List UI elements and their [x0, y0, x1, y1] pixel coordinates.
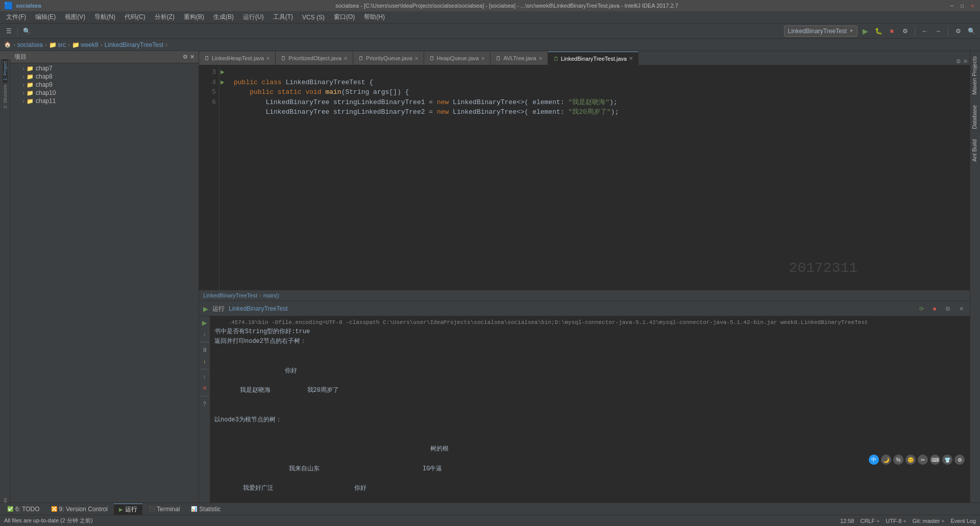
menu-item-vcs[interactable]: VCS (S) — [298, 13, 329, 22]
code-content[interactable]: public class LinkedBinaryTreeTest { publ… — [230, 65, 970, 290]
menu-item-refactor[interactable]: 重构(B) — [180, 12, 208, 22]
toolbar-btn-more1[interactable]: ⚙ — [899, 26, 911, 37]
right-tab-maven[interactable]: Maven Projects — [970, 51, 980, 100]
run-line-3: 你好 — [214, 366, 966, 376]
run-line-blank3 — [214, 376, 966, 386]
tab-close-icon[interactable]: ✕ — [266, 56, 270, 61]
run-up-icon[interactable]: ↑ — [200, 372, 209, 382]
float-icon-1[interactable]: 中 — [869, 455, 879, 465]
status-git[interactable]: Git: master ÷ — [913, 518, 945, 524]
bc-week8-label[interactable]: week8 — [81, 41, 99, 48]
tree-item-chap11[interactable]: › 📁 chap11 — [10, 97, 199, 105]
bottom-tab-vcs[interactable]: 🔀 9: Version Control — [46, 505, 113, 514]
run-step-icon[interactable]: ↓ — [200, 357, 209, 366]
tree-item-chap8[interactable]: › 📁 chap8 — [10, 72, 199, 81]
tab-close-icon[interactable]: ✕ — [629, 56, 633, 61]
bottom-tab-terminal[interactable]: ⬛ Terminal — [143, 505, 185, 514]
run-red-icon[interactable]: ✕ — [200, 384, 209, 393]
menu-item-window[interactable]: 窗口(O) — [330, 12, 359, 22]
stop-button[interactable]: ■ — [886, 26, 897, 37]
arrow-icon: › — [20, 74, 27, 80]
run-line-blank8 — [214, 455, 966, 464]
status-charset[interactable]: UTF-8 ÷ — [886, 518, 906, 524]
float-icon-3[interactable]: % — [893, 455, 903, 465]
toolbar-btn-settings[interactable]: ⚙ — [952, 26, 964, 37]
menu-item-help[interactable]: 帮助(H) — [360, 12, 389, 22]
maximize-button[interactable]: □ — [959, 2, 966, 9]
bc-src: 📁 — [49, 41, 57, 48]
tab-settings-icon[interactable]: ⚙ — [956, 58, 961, 65]
dropdown-arrow-icon: ▼ — [849, 28, 854, 34]
tab-label-text: AVLTree.java — [503, 55, 536, 61]
menu-item-view[interactable]: 视图(V) — [61, 12, 89, 22]
tree-item-chap7[interactable]: › 📁 chap7 — [10, 64, 199, 72]
tab-collapse-icon[interactable]: ✕ — [963, 58, 968, 65]
menu-item-analyze[interactable]: 分析(Z) — [151, 12, 179, 22]
menu-item-run[interactable]: 运行(U) — [239, 12, 268, 22]
nav-label-structure[interactable]: 2: Structure — [3, 83, 8, 111]
status-crlf[interactable]: CRLF ÷ — [860, 518, 879, 524]
run-line-5: 以node3为根节点的树： — [214, 415, 966, 425]
run-icon-question[interactable]: ? — [200, 399, 209, 409]
float-icon-7[interactable]: 👕 — [942, 455, 952, 465]
folder-icon: 📁 — [27, 82, 34, 88]
run-more-btn[interactable]: ⚙ — [943, 304, 952, 313]
float-icon-2[interactable]: 🌙 — [881, 455, 891, 465]
tab-HeapQueue[interactable]: 🗒 HeapQueue.java ✕ — [424, 52, 491, 65]
tab-close-icon[interactable]: ✕ — [538, 56, 543, 61]
toolbar-btn-search2[interactable]: 🔍 — [966, 26, 977, 37]
bc-src-label[interactable]: src — [58, 41, 66, 48]
run-stop-btn[interactable]: ■ — [930, 304, 939, 313]
toolbar-btn-back[interactable]: ← — [919, 26, 930, 37]
toolbar-search[interactable]: 🔍 — [21, 26, 32, 37]
tab-close-icon[interactable]: ✕ — [344, 56, 348, 61]
minimize-button[interactable]: ─ — [948, 2, 955, 9]
run-config-dropdown[interactable]: LinkedBinaryTreeTest ▼ — [784, 26, 857, 37]
project-hide-icon[interactable]: ✕ — [190, 54, 194, 60]
code-editor[interactable]: 3456 ▶ ▶ public class LinkedBinaryTreeTe… — [199, 65, 970, 290]
event-log-button[interactable]: Event Log — [950, 518, 976, 524]
bc-socialsea[interactable]: socialsea — [17, 41, 43, 48]
tab-close-icon[interactable]: ✕ — [481, 56, 485, 61]
run-collapse-btn[interactable]: ✕ — [957, 304, 966, 313]
toolbar-btn-forward[interactable]: → — [933, 26, 944, 37]
cb-method[interactable]: main() — [263, 292, 279, 298]
cb-class[interactable]: LinkedBinaryTreeTest — [203, 292, 257, 298]
tab-close-icon[interactable]: ✕ — [414, 56, 419, 61]
tree-item-chap10[interactable]: › 📁 chap10 — [10, 89, 199, 97]
nav-label-project[interactable]: 1: Project — [3, 59, 8, 83]
run-restart-btn[interactable]: ⟳ — [917, 304, 926, 313]
tab-LinkedBinaryTreeTest[interactable]: 🗒 LinkedBinaryTreeTest.java ✕ — [548, 52, 639, 65]
float-icon-6[interactable]: ⌨ — [930, 455, 940, 465]
tree-item-chap9[interactable]: › 📁 chap9 — [10, 81, 199, 89]
bottom-tab-run[interactable]: ▶ 运行 — [114, 504, 142, 515]
run-play-icon[interactable]: ▶ — [200, 318, 209, 328]
menu-item-nav[interactable]: 导航(N) — [90, 12, 119, 22]
run-down-icon[interactable]: ↓ — [200, 330, 209, 339]
right-tab-database[interactable]: Database — [970, 100, 980, 134]
toolbar-menu-icon[interactable]: ☰ — [3, 26, 14, 37]
bottom-tab-label: 9: Version Control — [59, 506, 108, 513]
float-icon-8[interactable]: ⚙ — [954, 455, 965, 465]
float-icon-4[interactable]: 😊 — [905, 455, 916, 465]
bottom-tab-todo[interactable]: ✅ 6: TODO — [2, 505, 45, 514]
tab-AVLTree[interactable]: 🗒 AVLTree.java ✕ — [491, 52, 548, 65]
run-button[interactable]: ▶ — [860, 26, 871, 37]
menu-item-file[interactable]: 文件(F) — [2, 12, 30, 22]
bottom-tab-statistic[interactable]: 📊 Statistic — [186, 505, 226, 514]
float-icon-5[interactable]: ✂ — [918, 455, 928, 465]
tab-PrioritizedObject[interactable]: 🗒 PrioritizedObject.java ✕ — [276, 52, 353, 65]
menu-item-tools[interactable]: 工具(T) — [269, 12, 297, 22]
bc-file[interactable]: LinkedBinaryTreeTest — [105, 41, 164, 48]
tab-PriorityQueue[interactable]: 🗒 PriorityQueue.java ✕ — [353, 52, 424, 65]
run-pause-icon[interactable]: ⏸ — [200, 345, 209, 355]
tab-LinkedHeapTest[interactable]: 🗒 LinkedHeapTest.java ✕ — [199, 52, 276, 65]
window-title: socialsea - [C:\Users\user\IdeaProjects\… — [65, 3, 948, 9]
project-settings-icon[interactable]: ⚙ — [183, 54, 188, 60]
right-tab-ant[interactable]: Ant Build — [970, 134, 980, 167]
debug-button[interactable]: 🐛 — [873, 26, 884, 37]
menu-item-code[interactable]: 代码(C) — [120, 12, 150, 22]
menu-item-generate[interactable]: 生成(B) — [209, 12, 238, 22]
close-button[interactable]: ✕ — [969, 2, 976, 9]
menu-item-edit[interactable]: 编辑(E) — [31, 12, 60, 22]
